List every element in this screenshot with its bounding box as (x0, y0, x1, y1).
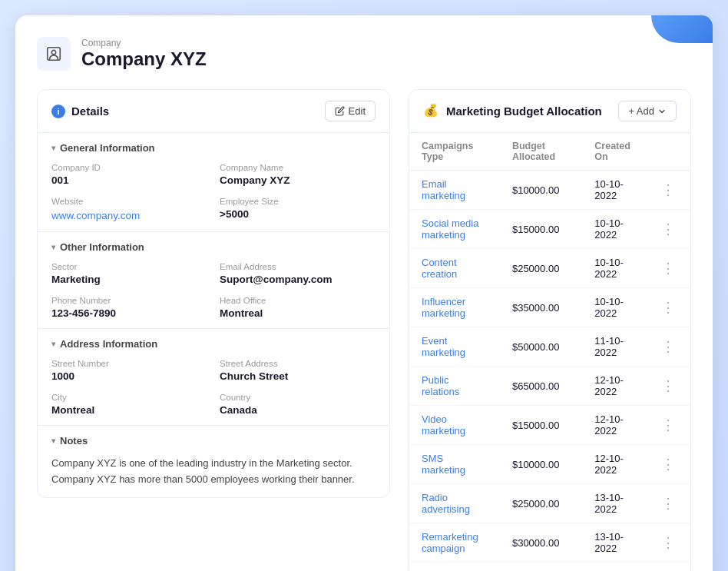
more-options-button[interactable]: ⋮ (658, 261, 678, 276)
more-options-button[interactable]: ⋮ (658, 221, 678, 237)
other-fields: Sector Marketing Email Address Suport@co… (51, 262, 376, 319)
group-notes-title: ▾ Notes (51, 435, 376, 447)
budget-icon: 💰 (423, 103, 440, 120)
edit-icon (335, 106, 345, 116)
campaign-link[interactable]: Remarketing campaign (422, 531, 478, 554)
campaign-name-cell: Radio advertising (409, 484, 500, 523)
campaign-name-cell: Influencer marketing (409, 288, 500, 327)
main-layout: i Details Edit ▾ General Information (37, 89, 691, 571)
chevron-icon-2: ▾ (51, 243, 55, 251)
budget-amount-cell: $10000.00 (500, 445, 582, 484)
campaign-link[interactable]: Radio advertising (422, 492, 470, 515)
row-actions-cell: ⋮ (646, 367, 690, 406)
table-head: Campaigns Type Budget Allocated Created … (409, 133, 690, 171)
page-header: Company Company XYZ (37, 37, 691, 71)
row-actions-cell: ⋮ (646, 288, 690, 327)
add-button[interactable]: + Add (618, 101, 677, 121)
field-street-number: Street Number 1000 (51, 359, 207, 382)
row-actions-cell: ⋮ (646, 171, 690, 210)
group-address-title: ▾ Address Information (51, 338, 376, 350)
table-row: Remarketing campaign $30000.00 13-10-202… (409, 523, 690, 563)
table-row: Video marketing $15000.00 12-10-2022 ⋮ (409, 406, 690, 445)
budget-table: Campaigns Type Budget Allocated Created … (409, 133, 690, 571)
more-options-button[interactable]: ⋮ (658, 535, 678, 550)
budget-amount-cell: $100000.00 (500, 563, 582, 572)
more-options-button[interactable]: ⋮ (658, 496, 678, 511)
group-address: ▾ Address Information Street Number 1000… (38, 329, 389, 426)
budget-header-left: 💰 Marketing Budget Allocation (423, 103, 602, 120)
page-title: Company XYZ (81, 48, 207, 70)
field-sector: Sector Marketing (51, 262, 207, 285)
col-campaigns-type: Campaigns Type (409, 133, 500, 171)
created-date-cell: 12-10-2022 (582, 445, 646, 484)
address-fields: Street Number 1000 Street Address Church… (51, 359, 376, 416)
budget-header: 💰 Marketing Budget Allocation + Add (409, 90, 690, 133)
group-general-title: ▾ General Information (51, 142, 376, 154)
budget-amount-cell: $10000.00 (500, 171, 582, 210)
chevron-down-icon (657, 107, 667, 116)
more-options-button[interactable]: ⋮ (658, 339, 678, 354)
more-options-button[interactable]: ⋮ (658, 182, 678, 198)
row-actions-cell: ⋮ (646, 523, 690, 563)
campaign-link[interactable]: SMS marketing (422, 453, 465, 476)
created-date-cell: 11-10-2022 (582, 327, 646, 367)
breadcrumb: Company (81, 38, 207, 48)
table-row: Radio advertising $25000.00 13-10-2022 ⋮ (409, 484, 690, 523)
campaign-name-cell: Content creation (409, 249, 500, 288)
table-row: SMS marketing $10000.00 12-10-2022 ⋮ (409, 445, 690, 484)
row-actions-cell: ⋮ (646, 484, 690, 523)
campaign-name-cell: Video marketing (409, 406, 500, 445)
col-actions (646, 133, 690, 171)
campaign-link[interactable]: Email marketing (422, 178, 465, 201)
table-row: Social media marketing $15000.00 10-10-2… (409, 210, 690, 249)
field-country: Country Canada (220, 393, 376, 416)
edit-label: Edit (349, 105, 366, 117)
table-row: Influencer marketing $35000.00 10-10-202… (409, 288, 690, 327)
campaign-name-cell: Email marketing (409, 171, 500, 210)
row-actions-cell: ⋮ (646, 406, 690, 445)
row-actions-cell: ⋮ (646, 563, 690, 572)
group-notes: ▾ Notes Company XYZ is one of the leadin… (38, 426, 389, 497)
created-date-cell: 10-10-2022 (582, 210, 646, 249)
campaign-name-cell: SMS marketing (409, 445, 500, 484)
campaign-link[interactable]: Influencer marketing (422, 296, 465, 319)
details-label: Details (71, 105, 109, 118)
row-actions-cell: ⋮ (646, 249, 690, 288)
campaign-link[interactable]: Video marketing (422, 413, 465, 437)
campaign-link[interactable]: Content creation (422, 257, 457, 280)
info-icon: i (51, 105, 65, 118)
group-general: ▾ General Information Company ID 001 Com… (38, 133, 389, 232)
details-header: i Details Edit (38, 90, 389, 133)
col-created-on: Created On (582, 133, 646, 171)
more-options-button[interactable]: ⋮ (658, 456, 678, 472)
budget-amount-cell: $25000.00 (500, 249, 582, 288)
more-options-button[interactable]: ⋮ (658, 300, 678, 315)
col-budget-allocated: Budget Allocated (500, 133, 582, 171)
campaign-link[interactable]: Public relations (422, 374, 459, 397)
campaign-name-cell: Product launch (409, 563, 500, 572)
website-link[interactable]: www.company.com (51, 210, 140, 221)
campaign-link[interactable]: Event marketing (422, 335, 465, 358)
edit-button[interactable]: Edit (325, 101, 376, 121)
main-card: Company Company XYZ i Details Edit (15, 15, 713, 571)
row-actions-cell: ⋮ (646, 445, 690, 484)
table-body: Email marketing $10000.00 10-10-2022 ⋮ S… (409, 171, 690, 572)
general-info-label: General Information (60, 142, 155, 154)
chevron-icon-3: ▾ (51, 340, 55, 348)
more-options-button[interactable]: ⋮ (658, 417, 678, 433)
header-texts: Company Company XYZ (81, 38, 207, 70)
more-options-button[interactable]: ⋮ (658, 378, 678, 393)
budget-amount-cell: $15000.00 (500, 406, 582, 445)
budget-label: Marketing Budget Allocation (446, 105, 602, 118)
field-company-id: Company ID 001 (51, 163, 207, 186)
created-date-cell: 13-10-2022 (582, 563, 646, 572)
campaign-link[interactable]: Social media marketing (422, 217, 478, 241)
chevron-icon-4: ▾ (51, 437, 55, 445)
field-phone: Phone Number 123-456-7890 (51, 296, 207, 319)
address-info-label: Address Information (60, 338, 157, 350)
table-row: Content creation $25000.00 10-10-2022 ⋮ (409, 249, 690, 288)
budget-amount-cell: $65000.00 (500, 367, 582, 406)
campaign-name-cell: Event marketing (409, 327, 500, 367)
campaign-name-cell: Remarketing campaign (409, 523, 500, 563)
details-header-left: i Details (51, 105, 109, 118)
